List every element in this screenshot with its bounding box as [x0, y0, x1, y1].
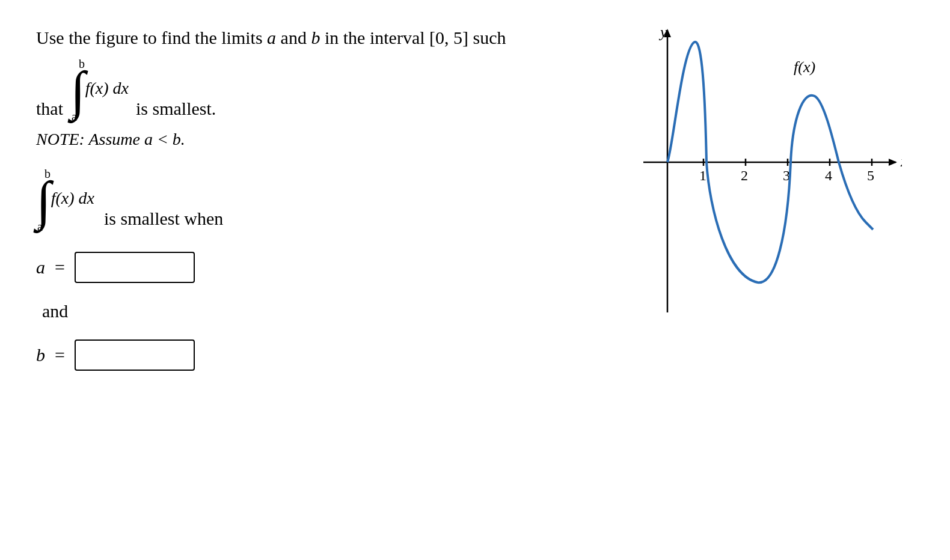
second-integral: b ∫ a f(x) dx	[36, 167, 94, 234]
tick-label-4: 4	[825, 168, 832, 183]
x-label: x	[900, 153, 902, 170]
b-input-row: b =	[36, 339, 589, 371]
that-word: that	[36, 99, 63, 119]
a-label: a	[36, 257, 45, 278]
first-integral: b ∫ a f(x) dx	[70, 57, 129, 124]
first-integral-sign: ∫	[70, 66, 85, 115]
is-smallest-when-text: is smallest when	[104, 208, 223, 229]
second-integral-lower: a	[37, 220, 43, 234]
first-integrand: f(x) dx	[85, 79, 129, 98]
first-integral-limits: b ∫ a	[70, 57, 85, 124]
fx-label: f(x)	[794, 58, 815, 76]
second-integrand: f(x) dx	[51, 189, 94, 208]
note-text: NOTE: Assume a < b.	[36, 130, 589, 149]
a-input-row: a =	[36, 252, 589, 283]
y-label: y	[658, 24, 667, 41]
b-input[interactable]	[75, 339, 195, 371]
graph-svg: y x 1 2 3 4 5 f(x)	[589, 24, 902, 324]
tick-label-5: 5	[867, 168, 874, 183]
second-integral-limits: b ∫ a	[36, 167, 51, 234]
first-integral-lower: a	[72, 110, 77, 124]
graph-area: y x 1 2 3 4 5 f(x)	[589, 24, 914, 389]
b-label: b	[36, 345, 45, 365]
is-smallest-text: is smallest.	[136, 99, 216, 119]
and-text: and	[42, 301, 589, 321]
b-equals: =	[55, 345, 65, 365]
that-integral-line: that b ∫ a f(x) dx is smallest.	[36, 57, 589, 124]
a-input[interactable]	[75, 252, 195, 283]
header-text: Use the figure to find the limits a and …	[36, 24, 589, 51]
second-integral-section: b ∫ a f(x) dx is smallest when	[36, 167, 589, 234]
a-equals: =	[55, 257, 65, 278]
second-integral-sign: ∫	[36, 176, 51, 225]
tick-label-1: 1	[699, 168, 706, 183]
tick-label-2: 2	[741, 168, 748, 183]
x-axis-arrow	[889, 159, 897, 166]
